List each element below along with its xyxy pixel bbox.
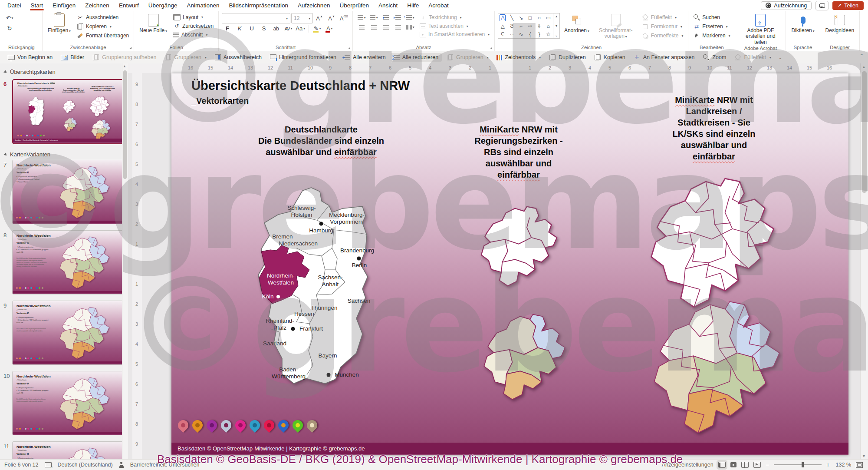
font-style-av-button[interactable]: AV▾ [283, 24, 294, 33]
normal-view-button[interactable] [718, 462, 726, 468]
shape-option-10[interactable]: ⇩ [537, 23, 541, 29]
map-pin-7[interactable] [278, 420, 289, 435]
dialog-launcher-icon[interactable] [129, 47, 132, 49]
adobe-pdf-erstellen-und-teilen-button[interactable]: Adobe PDF erstellen und teilen [738, 12, 783, 45]
clear-formatting-button[interactable]: A⌫ [338, 14, 349, 23]
neue-folie-button[interactable]: Neue Folie▾ [137, 12, 169, 33]
shape-option-4[interactable]: ○ [538, 15, 541, 21]
paragraph-align-left-button[interactable] [356, 23, 367, 32]
reading-view-button[interactable] [741, 462, 749, 468]
zoom-level[interactable]: 132 % [835, 462, 851, 468]
slide-title[interactable]: Übersichtskarte Deutschland + NRW [191, 79, 410, 93]
menu-tab-aufzeichnen[interactable]: Aufzeichnen [293, 0, 335, 11]
zoom-in-button[interactable]: + [826, 461, 830, 468]
quick-kopieren[interactable]: Kopieren [591, 53, 629, 62]
shape-option-12[interactable]: Ϛ [501, 31, 505, 37]
einfügen-button[interactable]: Einfügen▾ [46, 12, 73, 33]
thumb-nrw-map[interactable] [51, 446, 118, 460]
quick-auswahlbereich[interactable]: Auswahlbereich [211, 53, 265, 62]
menu-tab-entwurf[interactable]: Entwurf [114, 0, 144, 11]
language-status[interactable]: Deutsch (Deutschland) [58, 462, 113, 468]
quick-alle-reduzieren[interactable]: Alle reduzieren [391, 53, 442, 62]
thumb-germany-map[interactable] [24, 96, 47, 127]
map-pin-2[interactable] [206, 420, 217, 435]
shape-option-7[interactable]: Ƨ [510, 23, 513, 29]
shrink-font-button[interactable]: A▼ [326, 14, 337, 23]
scroll-up-icon[interactable]: ▲ [123, 64, 126, 68]
quick-alle-erweitern[interactable]: Alle erweitern [341, 53, 389, 62]
shape-option-14[interactable]: ∿ [519, 31, 523, 37]
teilen-button[interactable]: ↗ Teilen [832, 1, 864, 10]
scroll-down-icon[interactable]: ▼ [862, 454, 866, 458]
nrw-landkreise-colored-map[interactable] [640, 297, 792, 440]
zurücksetzen-button[interactable]: Zurücksetzen [171, 22, 215, 30]
thumb-nrw-map[interactable] [51, 376, 118, 432]
shape-option-2[interactable]: ↘ [519, 15, 523, 21]
nrw-regierungsbezirke-outline-map[interactable] [473, 204, 564, 291]
fit-to-window-icon[interactable] [856, 462, 863, 468]
shapes-scroll-2[interactable]: ⌄ [555, 33, 558, 37]
shape-option-8[interactable]: ⌐ [519, 23, 523, 29]
font-style-st-button[interactable]: ab [270, 24, 282, 33]
thumb-nrw-lk-map[interactable] [88, 96, 111, 118]
shape-option-15[interactable]: { [529, 31, 531, 37]
shape-option-0[interactable]: A [500, 14, 506, 21]
map-pin-9[interactable] [306, 420, 318, 435]
quick-duplizieren[interactable]: Duplizieren [546, 53, 589, 62]
shape-option-3[interactable]: □ [529, 15, 532, 21]
map-pin-3[interactable] [220, 420, 232, 435]
slide-thumbnail-7[interactable]: Nordrhein-Westfalen_VektorKarteVariante … [12, 160, 123, 224]
paragraph-bullets-button[interactable]: ▾ [356, 13, 367, 22]
markieren-button[interactable]: Markieren▾ [691, 31, 732, 40]
shapes-scroll-0[interactable]: ▴ [556, 14, 557, 18]
font-color-button[interactable]: A▾ [324, 24, 335, 33]
column-heading-2[interactable]: MiniKarte NRW mitRegierungsbezirken -RBs… [432, 124, 605, 180]
nrw-landkreise-outline-map[interactable] [638, 174, 786, 314]
section-header-kartenvarianten[interactable]: KartenVarianten [4, 151, 50, 158]
diktieren-button[interactable]: Diktieren▾ [789, 12, 816, 33]
slide-subtitle[interactable]: _Vektorkarten [191, 96, 249, 106]
font-style-u-button[interactable]: U [246, 24, 257, 33]
menu-tab-animationen[interactable]: Animationen [182, 0, 224, 11]
thumb-nrw-lk-colored-map[interactable] [89, 119, 113, 141]
thumb-nrw-map[interactable] [51, 305, 118, 362]
paragraph-linespace-button[interactable]: ▾ [404, 13, 416, 22]
shape-option-5[interactable]: ▭ [546, 15, 551, 21]
paragraph-align-right-button[interactable] [380, 23, 391, 32]
menu-tab-bildschirmpräsentation[interactable]: Bildschirmpräsentation [224, 0, 293, 11]
font-size-select[interactable]: 12▾ [291, 13, 313, 23]
paragraph-align-center-button[interactable] [368, 23, 379, 32]
map-pin-1[interactable] [192, 420, 203, 435]
paragraph-numbering-button[interactable]: ▾ [368, 13, 379, 22]
highlight-color-button[interactable]: ✎▾ [312, 24, 323, 33]
quick-bilder[interactable]: Bilder [57, 53, 88, 62]
font-name-select[interactable]: ▾ [222, 13, 290, 23]
scrollbar-thumb[interactable] [123, 70, 127, 179]
shape-option-13[interactable]: ⌣ [510, 31, 513, 37]
map-pin-5[interactable] [249, 420, 260, 435]
menu-tab-überprüfen[interactable]: Überprüfen [335, 0, 374, 11]
quickbar-overflow-icon[interactable]: ⌄ [779, 55, 782, 60]
thumb-nrw-rb-map[interactable] [62, 100, 76, 114]
menu-tab-hilfe[interactable]: Hilfe [402, 0, 424, 11]
menu-tab-datei[interactable]: Datei [3, 0, 26, 11]
menu-tab-start[interactable]: Start [26, 0, 48, 11]
map-pin-6[interactable] [263, 420, 275, 435]
section-header-übersichtgskarten[interactable]: Übersichtgskarten [4, 69, 56, 75]
suchen-button[interactable]: Suchen [691, 13, 732, 22]
designideen-button[interactable]: Designideen [823, 12, 857, 33]
menu-tab-einfügen[interactable]: Einfügen [48, 0, 80, 11]
font-style-i-button[interactable]: K [234, 24, 245, 33]
slide-thumbnail-8[interactable]: Nordrhein-Westfalen_VektorKarteVariante … [12, 230, 123, 295]
dialog-launcher-icon[interactable] [348, 47, 350, 49]
thumb-nrw-map[interactable] [51, 165, 118, 221]
horizontal-ruler[interactable]: 1615141312111098765432112345678910111213… [128, 63, 861, 73]
canvas-scrollbar[interactable]: ▲ ▼ [860, 63, 868, 460]
quick-zeichentools[interactable]: Zeichentools▾ [493, 53, 544, 62]
ribbon-collapse-icon[interactable]: ⌄ [860, 51, 864, 56]
font-style-b-button[interactable]: F [222, 24, 233, 33]
sidebar-scrollbar[interactable]: ▲ [122, 63, 128, 460]
font-style-s-button[interactable]: S [258, 24, 270, 33]
format-übertragen-button[interactable]: Format übertragen [75, 31, 131, 40]
paragraph-outdent-button[interactable] [380, 13, 391, 22]
